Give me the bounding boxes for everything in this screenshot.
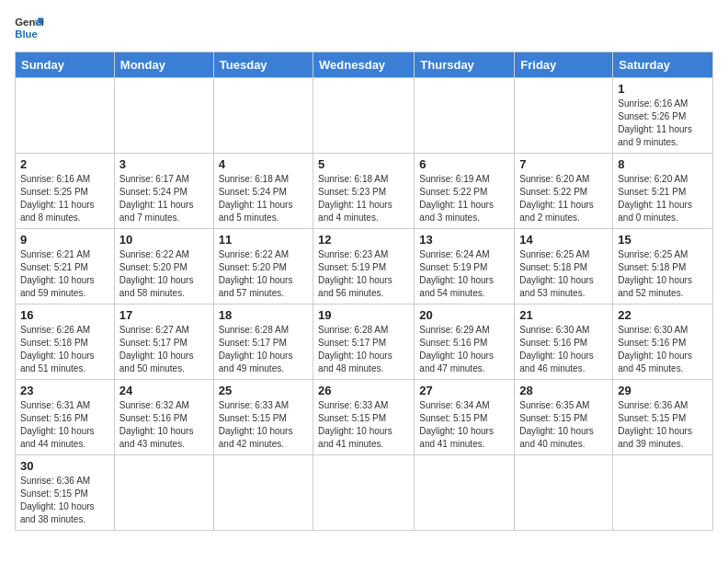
calendar-cell: 30Sunrise: 6:36 AM Sunset: 5:15 PM Dayli…	[16, 455, 115, 531]
day-number: 8	[618, 157, 708, 171]
day-number: 4	[219, 157, 308, 171]
calendar-table: SundayMondayTuesdayWednesdayThursdayFrid…	[15, 52, 713, 531]
weekday-header-thursday: Thursday	[415, 52, 515, 78]
calendar-cell	[313, 455, 415, 531]
day-info: Sunrise: 6:24 AM Sunset: 5:19 PM Dayligh…	[419, 248, 509, 300]
day-info: Sunrise: 6:17 AM Sunset: 5:24 PM Dayligh…	[119, 173, 209, 224]
calendar-cell: 14Sunrise: 6:25 AM Sunset: 5:18 PM Dayli…	[515, 229, 613, 304]
day-number: 16	[20, 308, 109, 322]
week-row-5: 30Sunrise: 6:36 AM Sunset: 5:15 PM Dayli…	[16, 455, 713, 531]
day-info: Sunrise: 6:16 AM Sunset: 5:25 PM Dayligh…	[20, 173, 109, 224]
day-info: Sunrise: 6:21 AM Sunset: 5:21 PM Dayligh…	[20, 248, 109, 300]
calendar-cell: 24Sunrise: 6:32 AM Sunset: 5:16 PM Dayli…	[114, 380, 213, 455]
day-number: 9	[20, 233, 109, 247]
day-info: Sunrise: 6:22 AM Sunset: 5:20 PM Dayligh…	[119, 248, 209, 300]
calendar-cell: 19Sunrise: 6:28 AM Sunset: 5:17 PM Dayli…	[313, 304, 415, 380]
calendar-cell: 7Sunrise: 6:20 AM Sunset: 5:22 PM Daylig…	[515, 154, 613, 229]
calendar-cell	[114, 455, 213, 531]
day-info: Sunrise: 6:18 AM Sunset: 5:24 PM Dayligh…	[219, 173, 308, 224]
day-number: 28	[519, 384, 608, 397]
day-number: 17	[119, 308, 209, 322]
weekday-header-saturday: Saturday	[613, 52, 713, 78]
day-info: Sunrise: 6:18 AM Sunset: 5:23 PM Dayligh…	[318, 173, 409, 224]
day-info: Sunrise: 6:25 AM Sunset: 5:18 PM Dayligh…	[618, 248, 708, 300]
day-number: 18	[219, 308, 308, 322]
day-info: Sunrise: 6:32 AM Sunset: 5:16 PM Dayligh…	[119, 399, 209, 451]
calendar-cell: 2Sunrise: 6:16 AM Sunset: 5:25 PM Daylig…	[16, 154, 115, 229]
day-number: 12	[318, 233, 409, 247]
day-info: Sunrise: 6:19 AM Sunset: 5:22 PM Dayligh…	[419, 173, 509, 224]
day-number: 6	[419, 157, 509, 171]
calendar-cell: 5Sunrise: 6:18 AM Sunset: 5:23 PM Daylig…	[313, 154, 415, 229]
day-info: Sunrise: 6:36 AM Sunset: 5:15 PM Dayligh…	[618, 399, 708, 451]
calendar-cell: 6Sunrise: 6:19 AM Sunset: 5:22 PM Daylig…	[415, 154, 515, 229]
calendar-cell: 21Sunrise: 6:30 AM Sunset: 5:16 PM Dayli…	[515, 304, 613, 380]
logo-icon: General Blue	[15, 15, 44, 40]
day-number: 30	[20, 459, 109, 473]
day-info: Sunrise: 6:33 AM Sunset: 5:15 PM Dayligh…	[219, 399, 308, 451]
calendar-cell	[16, 78, 115, 154]
week-row-4: 23Sunrise: 6:31 AM Sunset: 5:16 PM Dayli…	[16, 380, 713, 455]
day-info: Sunrise: 6:20 AM Sunset: 5:21 PM Dayligh…	[618, 173, 708, 224]
calendar-cell	[613, 455, 713, 531]
day-info: Sunrise: 6:36 AM Sunset: 5:15 PM Dayligh…	[20, 475, 109, 526]
calendar-cell: 12Sunrise: 6:23 AM Sunset: 5:19 PM Dayli…	[313, 229, 415, 304]
day-number: 15	[618, 233, 708, 247]
day-info: Sunrise: 6:31 AM Sunset: 5:16 PM Dayligh…	[20, 399, 109, 451]
day-number: 5	[318, 157, 409, 171]
svg-text:Blue: Blue	[15, 29, 38, 40]
day-info: Sunrise: 6:35 AM Sunset: 5:15 PM Dayligh…	[519, 399, 608, 451]
day-number: 10	[119, 233, 209, 247]
day-info: Sunrise: 6:27 AM Sunset: 5:17 PM Dayligh…	[119, 324, 209, 375]
day-info: Sunrise: 6:28 AM Sunset: 5:17 PM Dayligh…	[318, 324, 409, 375]
calendar-cell	[114, 78, 213, 154]
day-number: 25	[219, 384, 308, 397]
calendar-cell: 9Sunrise: 6:21 AM Sunset: 5:21 PM Daylig…	[16, 229, 115, 304]
weekday-header-row: SundayMondayTuesdayWednesdayThursdayFrid…	[16, 52, 713, 78]
day-number: 13	[419, 233, 509, 247]
day-number: 20	[419, 308, 509, 322]
weekday-header-friday: Friday	[515, 52, 613, 78]
calendar-cell: 22Sunrise: 6:30 AM Sunset: 5:16 PM Dayli…	[613, 304, 713, 380]
weekday-header-sunday: Sunday	[16, 52, 115, 78]
day-info: Sunrise: 6:20 AM Sunset: 5:22 PM Dayligh…	[519, 173, 608, 224]
calendar-cell: 1Sunrise: 6:16 AM Sunset: 5:26 PM Daylig…	[613, 78, 713, 154]
day-number: 1	[618, 82, 708, 96]
calendar-cell: 13Sunrise: 6:24 AM Sunset: 5:19 PM Dayli…	[415, 229, 515, 304]
day-number: 23	[20, 384, 109, 397]
weekday-header-wednesday: Wednesday	[313, 52, 415, 78]
day-info: Sunrise: 6:29 AM Sunset: 5:16 PM Dayligh…	[419, 324, 509, 375]
day-number: 24	[119, 384, 209, 397]
day-number: 3	[119, 157, 209, 171]
day-info: Sunrise: 6:22 AM Sunset: 5:20 PM Dayligh…	[219, 248, 308, 300]
logo: General Blue	[15, 15, 48, 40]
calendar-cell: 4Sunrise: 6:18 AM Sunset: 5:24 PM Daylig…	[213, 154, 313, 229]
calendar-cell	[313, 78, 415, 154]
day-info: Sunrise: 6:25 AM Sunset: 5:18 PM Dayligh…	[519, 248, 608, 300]
calendar-cell	[415, 455, 515, 531]
day-number: 19	[318, 308, 409, 322]
calendar-cell	[415, 78, 515, 154]
day-info: Sunrise: 6:26 AM Sunset: 5:18 PM Dayligh…	[20, 324, 109, 375]
calendar-cell: 15Sunrise: 6:25 AM Sunset: 5:18 PM Dayli…	[613, 229, 713, 304]
day-number: 2	[20, 157, 109, 171]
day-info: Sunrise: 6:30 AM Sunset: 5:16 PM Dayligh…	[618, 324, 708, 375]
calendar-cell: 10Sunrise: 6:22 AM Sunset: 5:20 PM Dayli…	[114, 229, 213, 304]
calendar-cell: 23Sunrise: 6:31 AM Sunset: 5:16 PM Dayli…	[16, 380, 115, 455]
week-row-3: 16Sunrise: 6:26 AM Sunset: 5:18 PM Dayli…	[16, 304, 713, 380]
weekday-header-tuesday: Tuesday	[213, 52, 313, 78]
day-info: Sunrise: 6:16 AM Sunset: 5:26 PM Dayligh…	[618, 98, 708, 149]
calendar-cell	[515, 78, 613, 154]
calendar-cell: 27Sunrise: 6:34 AM Sunset: 5:15 PM Dayli…	[415, 380, 515, 455]
calendar-cell	[515, 455, 613, 531]
day-info: Sunrise: 6:33 AM Sunset: 5:15 PM Dayligh…	[318, 399, 409, 451]
calendar-cell: 8Sunrise: 6:20 AM Sunset: 5:21 PM Daylig…	[613, 154, 713, 229]
day-number: 14	[519, 233, 608, 247]
week-row-0: 1Sunrise: 6:16 AM Sunset: 5:26 PM Daylig…	[16, 78, 713, 154]
day-number: 11	[219, 233, 308, 247]
day-number: 27	[419, 384, 509, 397]
calendar-cell: 28Sunrise: 6:35 AM Sunset: 5:15 PM Dayli…	[515, 380, 613, 455]
day-number: 7	[519, 157, 608, 171]
calendar-cell: 16Sunrise: 6:26 AM Sunset: 5:18 PM Dayli…	[16, 304, 115, 380]
calendar-cell: 20Sunrise: 6:29 AM Sunset: 5:16 PM Dayli…	[415, 304, 515, 380]
